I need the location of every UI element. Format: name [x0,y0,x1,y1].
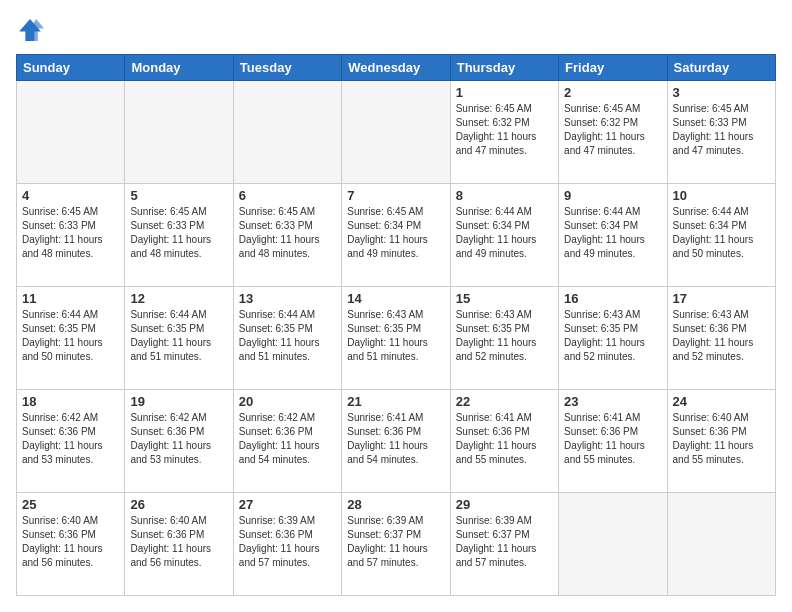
day-number: 28 [347,497,444,512]
calendar-cell [559,493,667,596]
week-row-1: 4Sunrise: 6:45 AMSunset: 6:33 PMDaylight… [17,184,776,287]
day-number: 14 [347,291,444,306]
day-number: 13 [239,291,336,306]
calendar-cell: 3Sunrise: 6:45 AMSunset: 6:33 PMDaylight… [667,81,775,184]
calendar-cell: 28Sunrise: 6:39 AMSunset: 6:37 PMDayligh… [342,493,450,596]
week-row-2: 11Sunrise: 6:44 AMSunset: 6:35 PMDayligh… [17,287,776,390]
day-number: 7 [347,188,444,203]
day-number: 11 [22,291,119,306]
week-row-3: 18Sunrise: 6:42 AMSunset: 6:36 PMDayligh… [17,390,776,493]
day-number: 6 [239,188,336,203]
calendar-cell: 21Sunrise: 6:41 AMSunset: 6:36 PMDayligh… [342,390,450,493]
calendar-cell: 10Sunrise: 6:44 AMSunset: 6:34 PMDayligh… [667,184,775,287]
calendar-header-sunday: Sunday [17,55,125,81]
day-number: 16 [564,291,661,306]
day-info: Sunrise: 6:43 AMSunset: 6:35 PMDaylight:… [347,308,444,364]
day-number: 20 [239,394,336,409]
day-info: Sunrise: 6:43 AMSunset: 6:36 PMDaylight:… [673,308,770,364]
logo [16,16,48,44]
day-info: Sunrise: 6:41 AMSunset: 6:36 PMDaylight:… [456,411,553,467]
day-info: Sunrise: 6:40 AMSunset: 6:36 PMDaylight:… [673,411,770,467]
day-info: Sunrise: 6:43 AMSunset: 6:35 PMDaylight:… [564,308,661,364]
calendar-cell: 5Sunrise: 6:45 AMSunset: 6:33 PMDaylight… [125,184,233,287]
calendar-cell: 1Sunrise: 6:45 AMSunset: 6:32 PMDaylight… [450,81,558,184]
day-info: Sunrise: 6:45 AMSunset: 6:33 PMDaylight:… [130,205,227,261]
day-number: 25 [22,497,119,512]
day-number: 2 [564,85,661,100]
calendar-cell: 26Sunrise: 6:40 AMSunset: 6:36 PMDayligh… [125,493,233,596]
day-info: Sunrise: 6:42 AMSunset: 6:36 PMDaylight:… [22,411,119,467]
calendar-cell: 17Sunrise: 6:43 AMSunset: 6:36 PMDayligh… [667,287,775,390]
day-info: Sunrise: 6:39 AMSunset: 6:37 PMDaylight:… [456,514,553,570]
day-info: Sunrise: 6:44 AMSunset: 6:35 PMDaylight:… [130,308,227,364]
calendar-cell: 23Sunrise: 6:41 AMSunset: 6:36 PMDayligh… [559,390,667,493]
day-info: Sunrise: 6:41 AMSunset: 6:36 PMDaylight:… [564,411,661,467]
day-number: 22 [456,394,553,409]
week-row-0: 1Sunrise: 6:45 AMSunset: 6:32 PMDaylight… [17,81,776,184]
day-info: Sunrise: 6:41 AMSunset: 6:36 PMDaylight:… [347,411,444,467]
day-info: Sunrise: 6:45 AMSunset: 6:32 PMDaylight:… [456,102,553,158]
day-number: 18 [22,394,119,409]
day-info: Sunrise: 6:42 AMSunset: 6:36 PMDaylight:… [239,411,336,467]
calendar-table: SundayMondayTuesdayWednesdayThursdayFrid… [16,54,776,596]
header [16,16,776,44]
calendar-cell [125,81,233,184]
calendar-cell [342,81,450,184]
calendar-cell: 4Sunrise: 6:45 AMSunset: 6:33 PMDaylight… [17,184,125,287]
calendar-header-monday: Monday [125,55,233,81]
day-info: Sunrise: 6:45 AMSunset: 6:34 PMDaylight:… [347,205,444,261]
calendar-cell: 15Sunrise: 6:43 AMSunset: 6:35 PMDayligh… [450,287,558,390]
day-number: 4 [22,188,119,203]
day-number: 8 [456,188,553,203]
calendar-cell: 7Sunrise: 6:45 AMSunset: 6:34 PMDaylight… [342,184,450,287]
calendar-cell: 19Sunrise: 6:42 AMSunset: 6:36 PMDayligh… [125,390,233,493]
day-number: 5 [130,188,227,203]
calendar-cell: 12Sunrise: 6:44 AMSunset: 6:35 PMDayligh… [125,287,233,390]
day-number: 12 [130,291,227,306]
day-info: Sunrise: 6:44 AMSunset: 6:34 PMDaylight:… [564,205,661,261]
day-number: 23 [564,394,661,409]
calendar-cell: 24Sunrise: 6:40 AMSunset: 6:36 PMDayligh… [667,390,775,493]
day-info: Sunrise: 6:43 AMSunset: 6:35 PMDaylight:… [456,308,553,364]
calendar-cell: 2Sunrise: 6:45 AMSunset: 6:32 PMDaylight… [559,81,667,184]
calendar-cell: 20Sunrise: 6:42 AMSunset: 6:36 PMDayligh… [233,390,341,493]
day-number: 10 [673,188,770,203]
calendar-cell: 18Sunrise: 6:42 AMSunset: 6:36 PMDayligh… [17,390,125,493]
calendar-cell: 14Sunrise: 6:43 AMSunset: 6:35 PMDayligh… [342,287,450,390]
calendar-cell: 16Sunrise: 6:43 AMSunset: 6:35 PMDayligh… [559,287,667,390]
day-number: 1 [456,85,553,100]
calendar-cell [17,81,125,184]
day-info: Sunrise: 6:45 AMSunset: 6:33 PMDaylight:… [22,205,119,261]
day-number: 24 [673,394,770,409]
day-number: 19 [130,394,227,409]
day-number: 17 [673,291,770,306]
calendar-header-thursday: Thursday [450,55,558,81]
calendar-cell: 29Sunrise: 6:39 AMSunset: 6:37 PMDayligh… [450,493,558,596]
week-row-4: 25Sunrise: 6:40 AMSunset: 6:36 PMDayligh… [17,493,776,596]
calendar-cell: 6Sunrise: 6:45 AMSunset: 6:33 PMDaylight… [233,184,341,287]
day-number: 26 [130,497,227,512]
calendar-header-tuesday: Tuesday [233,55,341,81]
calendar-cell: 8Sunrise: 6:44 AMSunset: 6:34 PMDaylight… [450,184,558,287]
calendar-header-friday: Friday [559,55,667,81]
day-info: Sunrise: 6:40 AMSunset: 6:36 PMDaylight:… [130,514,227,570]
calendar-cell: 25Sunrise: 6:40 AMSunset: 6:36 PMDayligh… [17,493,125,596]
page: SundayMondayTuesdayWednesdayThursdayFrid… [0,0,792,612]
calendar-cell: 9Sunrise: 6:44 AMSunset: 6:34 PMDaylight… [559,184,667,287]
day-number: 29 [456,497,553,512]
calendar-cell: 27Sunrise: 6:39 AMSunset: 6:36 PMDayligh… [233,493,341,596]
day-number: 27 [239,497,336,512]
day-info: Sunrise: 6:42 AMSunset: 6:36 PMDaylight:… [130,411,227,467]
day-info: Sunrise: 6:39 AMSunset: 6:36 PMDaylight:… [239,514,336,570]
calendar-header-wednesday: Wednesday [342,55,450,81]
day-info: Sunrise: 6:45 AMSunset: 6:33 PMDaylight:… [239,205,336,261]
day-info: Sunrise: 6:40 AMSunset: 6:36 PMDaylight:… [22,514,119,570]
day-info: Sunrise: 6:45 AMSunset: 6:32 PMDaylight:… [564,102,661,158]
day-info: Sunrise: 6:44 AMSunset: 6:34 PMDaylight:… [456,205,553,261]
calendar-cell: 13Sunrise: 6:44 AMSunset: 6:35 PMDayligh… [233,287,341,390]
day-info: Sunrise: 6:45 AMSunset: 6:33 PMDaylight:… [673,102,770,158]
day-number: 21 [347,394,444,409]
calendar-cell [233,81,341,184]
day-number: 15 [456,291,553,306]
calendar-cell: 11Sunrise: 6:44 AMSunset: 6:35 PMDayligh… [17,287,125,390]
